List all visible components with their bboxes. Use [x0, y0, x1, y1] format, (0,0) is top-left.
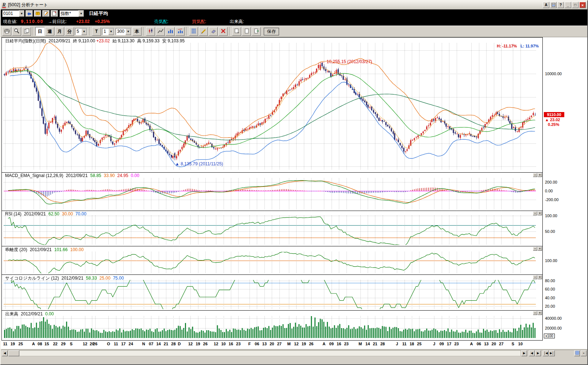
change-value: +23.02	[96, 38, 110, 43]
period-month-button[interactable]: 月	[55, 27, 64, 36]
symbol-code-dropdown[interactable]: ▼	[19, 10, 24, 17]
x-axis-label: 19	[196, 342, 200, 346]
x-axis-label: 14	[156, 342, 160, 346]
x-axis-label: 15	[45, 342, 49, 346]
trough-annotation: ▲ 8,135.79 (2011/11/25)	[175, 161, 223, 166]
tick-count-select[interactable]: 1▼	[102, 28, 114, 35]
page-icon[interactable]	[242, 27, 251, 36]
scrollbar-track[interactable]	[8, 350, 521, 356]
pencil-icon[interactable]	[199, 27, 208, 36]
category-select[interactable]	[59, 10, 78, 17]
maximize-button[interactable]: □	[572, 2, 579, 8]
separator	[186, 27, 187, 36]
category-dropdown[interactable]: ▼	[78, 10, 84, 17]
peak-annotation-text: 10,255.15 (2012/03/27)	[326, 59, 372, 64]
panel-divider	[1, 246, 543, 246]
panel-minimize-button[interactable]: −	[533, 211, 537, 215]
scrollbar-thumb[interactable]	[8, 350, 19, 356]
volume-chart-icon[interactable]	[175, 27, 185, 36]
macd-signal-value: 33.90	[104, 173, 115, 178]
panel-close-button[interactable]: ×	[538, 311, 542, 315]
macd-zero-value: 0.00	[131, 173, 139, 178]
window-list-icon[interactable]	[550, 2, 557, 8]
x-axis-label: 09	[329, 342, 334, 346]
x-axis-label: 26	[309, 342, 313, 346]
rsi-title: RSI (14)	[5, 211, 22, 216]
jump-start-icon[interactable]: │◀	[543, 350, 549, 356]
marked-page-button[interactable]	[51, 10, 58, 17]
bars-unit-button[interactable]: 本	[132, 27, 142, 36]
scroll-left-icon[interactable]: ◀	[2, 350, 8, 356]
macd-title: MACD_EMA_Signal (12,26,9)	[5, 173, 63, 178]
chevron-down-icon[interactable]: ▼	[125, 28, 131, 35]
bar-count-select[interactable]: 300▼	[116, 28, 131, 35]
separator	[89, 27, 90, 36]
y-axis-label: 20.00	[545, 304, 555, 308]
zoom-icon[interactable]	[12, 27, 21, 36]
high-value: 9,159.33	[143, 38, 160, 43]
eraser-icon[interactable]	[209, 27, 218, 36]
x-axis-label: J	[433, 342, 435, 346]
x-axis-label: A	[322, 342, 325, 346]
minute-interval-select[interactable]: 5▼	[75, 28, 87, 35]
x-axis-label: F	[248, 342, 251, 346]
separator	[229, 27, 230, 36]
scroll-right-icon[interactable]: ▶	[521, 350, 527, 356]
x-axis-label: 28	[171, 342, 175, 346]
x-axis-label: 17	[447, 342, 451, 346]
y-axis-label: 80.00	[545, 278, 555, 283]
chevron-down-icon[interactable]: ▼	[108, 28, 114, 35]
x-axis-label: M	[287, 342, 290, 346]
symbol-code-input[interactable]	[2, 10, 19, 17]
panel-close-button[interactable]: ×	[538, 247, 542, 251]
chevron-down-icon[interactable]: ▼	[81, 28, 87, 35]
separator	[33, 27, 34, 36]
candlestick-chart-icon[interactable]	[146, 27, 155, 36]
grid-toggle-icon[interactable]	[189, 27, 198, 36]
kairi-value: 101.66	[54, 247, 68, 252]
x-axis-label: 28	[380, 342, 385, 346]
application-window: R [5002] 分析チャート A ? _ □ × ▼ ▼ 日経平均 現在値: …	[0, 0, 588, 365]
close-button[interactable]: ×	[579, 2, 586, 8]
delete-drawing-icon[interactable]	[218, 27, 228, 36]
page-next-icon[interactable]: ▶	[535, 350, 541, 356]
x-axis-label: 25	[19, 342, 23, 346]
save-button[interactable]: 保存	[264, 28, 279, 35]
panel-minimize-button[interactable]: −	[533, 247, 537, 251]
panel-minimize-button[interactable]: −	[533, 173, 537, 177]
print-icon[interactable]	[2, 27, 11, 36]
jump-end-icon[interactable]: ▶│	[549, 350, 555, 356]
x-axis-label: A	[470, 342, 473, 346]
chart-list-icon[interactable]	[22, 27, 31, 36]
line-chart-icon[interactable]	[156, 27, 165, 36]
titlebar: R [5002] 分析チャート A ? _ □ ×	[1, 1, 587, 9]
panel-minimize-button[interactable]: −	[533, 275, 537, 279]
window-title: [5002] 分析チャート	[8, 2, 48, 8]
chart-plot[interactable]	[4, 38, 536, 340]
period-day-button[interactable]: 日	[35, 27, 45, 36]
search-icon[interactable]	[34, 10, 41, 17]
rsi-high-level: 70.00	[76, 211, 86, 216]
close-panel-icon[interactable]: ×	[581, 350, 587, 356]
titlebar-a-button[interactable]: A	[543, 2, 549, 8]
bar-chart-icon[interactable]	[166, 27, 175, 36]
minimize-button[interactable]: _	[565, 2, 571, 8]
help-button[interactable]: ?	[557, 2, 564, 8]
panel-close-button[interactable]: ×	[538, 211, 542, 215]
period-week-button[interactable]: 週	[45, 27, 54, 36]
panel-close-button[interactable]: ×	[538, 275, 542, 279]
jump-button[interactable]	[26, 10, 33, 17]
panel-minimize-button[interactable]: −	[533, 311, 537, 315]
rsi-low-level: 30.00	[62, 211, 73, 216]
edit-page-button[interactable]	[42, 10, 50, 17]
page-prev-icon[interactable]: ◀	[529, 350, 535, 356]
page-dropdown-icon[interactable]	[232, 27, 241, 36]
price-tag-percent: 0.25%	[548, 122, 559, 127]
x-axis-label: 08	[38, 342, 42, 346]
y-axis-label: 100.00	[545, 214, 557, 218]
data-table-icon[interactable]	[574, 350, 580, 356]
tick-button[interactable]: T	[92, 27, 101, 36]
page-send-icon[interactable]	[252, 27, 261, 36]
panel-close-button[interactable]: ×	[538, 173, 542, 177]
period-minute-button[interactable]: 分	[65, 27, 74, 36]
